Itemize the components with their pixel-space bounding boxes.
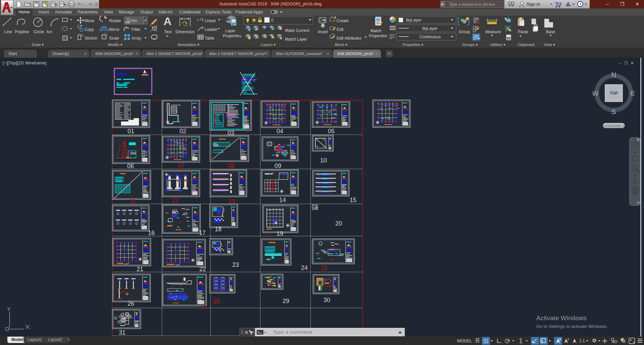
svg-text:22: 22	[199, 266, 206, 273]
svg-text:14: 14	[279, 197, 286, 203]
svg-text:21: 21	[137, 266, 143, 273]
svg-text:ByLayer: ByLayer	[406, 18, 422, 22]
svg-text:Y: Y	[7, 306, 11, 312]
svg-text:S: S	[611, 108, 616, 115]
svg-text:1:1: 1:1	[579, 339, 585, 343]
svg-text:26: 26	[128, 300, 134, 307]
svg-text:10: 10	[320, 157, 327, 164]
svg-text:04: 04	[277, 128, 283, 135]
svg-text:30: 30	[324, 297, 330, 303]
svg-text:06: 06	[127, 163, 134, 169]
svg-text:08: 08	[228, 162, 234, 169]
svg-text:25: 25	[321, 264, 328, 271]
svg-text:15: 15	[350, 197, 356, 203]
svg-text:ByLayer: ByLayer	[422, 26, 438, 31]
svg-text:02: 02	[180, 128, 186, 135]
svg-text:16: 16	[148, 230, 155, 236]
svg-text:TOP: TOP	[610, 91, 618, 96]
svg-text:MODEL: MODEL	[457, 339, 472, 343]
svg-text:17: 17	[199, 230, 206, 236]
svg-text:Sign In: Sign In	[527, 2, 540, 7]
svg-text:12: 12	[171, 197, 178, 204]
svg-text:03: 03	[228, 130, 234, 137]
svg-text:?: ?	[579, 2, 581, 7]
svg-text:20: 20	[335, 220, 342, 227]
svg-text:11: 11	[130, 198, 136, 205]
svg-text:W: W	[593, 89, 599, 97]
svg-text:07: 07	[178, 162, 185, 169]
svg-text:05: 05	[328, 128, 335, 135]
svg-text:23: 23	[232, 261, 239, 268]
svg-text:19: 19	[277, 230, 283, 237]
svg-text:18: 18	[215, 226, 221, 233]
svg-text:0: 0	[271, 18, 274, 23]
svg-text:E: E	[630, 89, 635, 97]
svg-text:29: 29	[283, 298, 289, 304]
svg-text:01: 01	[128, 128, 134, 135]
svg-text:A: A	[163, 16, 172, 28]
svg-text:N: N	[611, 71, 616, 79]
svg-text:31: 31	[119, 329, 126, 336]
svg-text:28: 28	[213, 298, 220, 305]
svg-text:13: 13	[228, 198, 235, 205]
svg-text:Continuous: Continuous	[419, 35, 441, 39]
svg-text:09: 09	[275, 162, 281, 169]
svg-text:27: 27	[201, 305, 206, 310]
svg-text:24: 24	[301, 264, 308, 271]
svg-text:WARUNA: WARUNA	[142, 74, 148, 76]
